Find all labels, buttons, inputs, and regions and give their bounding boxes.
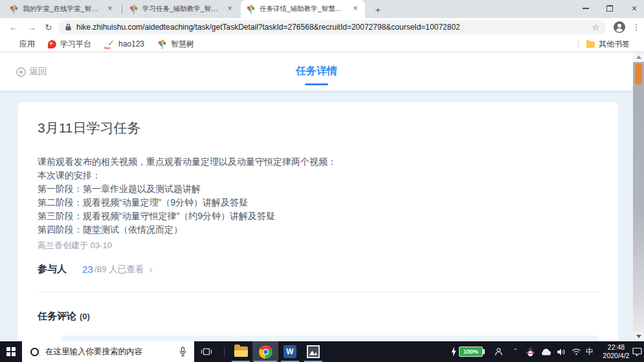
qq-tray-icon[interactable] <box>524 341 536 362</box>
task-description-line: 课前观看发布的相关视频，重点观看动量定理以及动量守恒定律两个视频： <box>38 155 337 169</box>
tab-title: 我的学堂_在线学堂_智慧树 <box>23 5 102 14</box>
zhihuishu-favicon-icon <box>129 5 139 14</box>
minimize-icon <box>583 8 589 8</box>
show-hidden-icons-button[interactable]: ˆ <box>510 341 522 362</box>
microphone-icon[interactable] <box>179 346 186 357</box>
active-tab-underline <box>305 83 328 85</box>
learning-platform-icon <box>48 40 56 48</box>
action-center-button[interactable] <box>630 341 643 362</box>
taskbar-search-box[interactable]: 在这里输入你要搜索的内容 <box>22 341 194 362</box>
participants-row[interactable]: 参与人 23 /89 人已查看 › <box>38 263 153 275</box>
file-explorer-button[interactable] <box>229 341 252 362</box>
window-restore-button[interactable] <box>599 0 621 17</box>
other-bookmarks-button[interactable]: 其他书签 <box>578 36 630 52</box>
browser-tab-3-active[interactable]: 任务详情_辅助教学_智慧树网 × <box>241 0 365 18</box>
page-title: 任务详情 <box>296 65 337 78</box>
chrome-button-active[interactable] <box>252 341 278 362</box>
tab-close-icon[interactable]: × <box>105 5 115 14</box>
task-description-line: 第三阶段：观看视频“动量守恒定律”（约9分钟）讲解及答疑 <box>38 209 337 223</box>
task-description-line: 第二阶段：观看视频“动量定理”（9分钟）讲解及答疑 <box>38 196 337 209</box>
bookmarks-separator <box>578 40 579 49</box>
task-heading: 3月11日学习任务 <box>38 119 140 137</box>
comments-count: (0) <box>80 312 90 321</box>
people-tray-icon[interactable] <box>492 341 505 362</box>
page-header: 返回 任务详情 <box>0 52 633 90</box>
zhihuishu-tree-icon <box>157 39 167 49</box>
bookmark-hao123[interactable]: ✓hao hao123 <box>104 39 144 49</box>
zhihuishu-favicon-icon <box>246 5 256 14</box>
ime-label: 中 <box>586 346 594 357</box>
wifi-tray-icon[interactable] <box>570 341 582 362</box>
battery-indicator[interactable]: 100% <box>459 346 483 357</box>
new-tab-button[interactable]: + <box>370 3 386 18</box>
start-button[interactable] <box>0 341 22 362</box>
arrow-up-icon <box>636 56 641 59</box>
onedrive-tray-icon[interactable] <box>539 341 552 362</box>
scrollbar-thumb[interactable] <box>635 63 642 85</box>
chevron-right-icon[interactable]: › <box>149 265 153 274</box>
taskbar-clock[interactable]: 22:48 2020/4/2 <box>598 343 634 360</box>
close-icon: × <box>632 3 637 14</box>
charging-bolt-icon <box>450 341 458 362</box>
task-description-line: 第一阶段：第一章作业题以及测试题讲解 <box>38 182 337 196</box>
reload-button[interactable]: ↻ <box>41 20 56 34</box>
page-title-tab[interactable]: 任务详情 <box>296 65 337 85</box>
address-bar[interactable]: hike.zhihuishu.com/aidedteaching/task/ge… <box>58 20 606 34</box>
url-text: hike.zhihuishu.com/aidedteaching/task/ge… <box>76 23 586 32</box>
page-viewport: 返回 任务详情 3月11日学习任务 课前观看发布的相关视频，重点观看动量定理以及… <box>0 52 633 341</box>
window-close-button[interactable]: × <box>623 0 644 17</box>
task-description-line: 本次课的安排： <box>38 169 337 182</box>
chrome-icon <box>259 345 272 359</box>
scrollbar-down-button[interactable] <box>633 332 644 341</box>
back-link[interactable]: 返回 <box>16 66 47 78</box>
bookmarks-bar: 应用 学习平台 ✓hao hao123 智慧树 其他书签 <box>0 36 644 52</box>
search-placeholder: 在这里输入你要搜索的内容 <box>45 346 179 357</box>
clock-date: 2020/4/2 <box>598 352 634 360</box>
bookmark-label: 智慧树 <box>171 39 194 50</box>
profile-button[interactable] <box>612 20 627 34</box>
bookmark-star-icon[interactable]: ☆ <box>592 23 599 32</box>
back-label: 返回 <box>29 66 47 78</box>
comments-label: 任务评论 <box>38 310 76 323</box>
restore-icon <box>606 5 613 12</box>
page-scrollbar[interactable] <box>633 52 644 341</box>
browser-tab-2[interactable]: 学习任务_辅助教学_智慧树网 × <box>124 0 239 18</box>
cortana-icon <box>30 348 39 356</box>
browser-toolbar: ← → ↻ hike.zhihuishu.com/aidedteaching/t… <box>0 18 644 36</box>
back-circle-icon <box>16 67 26 77</box>
browser-tab-1[interactable]: 我的学堂_在线学堂_智慧树 × <box>4 0 120 18</box>
creator-info: 高兰香创建于 03-10 <box>38 240 112 251</box>
clock-time: 22:48 <box>598 343 634 352</box>
word-button[interactable]: W <box>278 341 302 362</box>
task-view-icon <box>201 347 212 356</box>
folder-icon <box>586 41 595 48</box>
windows-logo-icon <box>6 347 16 357</box>
tab-title: 任务详情_辅助教学_智慧树网 <box>260 5 347 14</box>
action-center-icon <box>632 347 642 356</box>
taskbar-divider <box>224 346 225 357</box>
bookmark-zhihuishu[interactable]: 智慧树 <box>157 39 194 50</box>
photos-button[interactable] <box>302 341 325 362</box>
tab-close-icon[interactable]: × <box>351 5 360 14</box>
word-icon: W <box>283 345 296 358</box>
desktop-screen: 我的学堂_在线学堂_智慧树 × 学习任务_辅助教学_智慧树网 × 任务详情_辅助… <box>0 0 644 362</box>
task-description: 课前观看发布的相关视频，重点观看动量定理以及动量守恒定律两个视频： 本次课的安排… <box>38 155 337 237</box>
browser-tab-strip: 我的学堂_在线学堂_智慧树 × 学习任务_辅助教学_智慧树网 × 任务详情_辅助… <box>0 0 644 18</box>
forward-button[interactable]: → <box>25 20 39 34</box>
ime-indicator[interactable]: 中 <box>584 341 595 362</box>
volume-tray-icon[interactable] <box>555 341 567 362</box>
browser-menu-button[interactable]: ⋮ <box>630 20 642 34</box>
task-description-line: 第四阶段：随堂测试（依情况而定） <box>38 223 337 237</box>
avatar-icon <box>613 21 626 34</box>
bookmark-learning-platform[interactable]: 学习平台 <box>48 39 91 50</box>
tab-close-icon[interactable]: × <box>225 5 234 14</box>
scrollbar-up-button[interactable] <box>633 52 644 62</box>
file-explorer-icon <box>234 346 248 357</box>
back-button[interactable]: ← <box>6 20 21 34</box>
photos-icon <box>307 345 320 358</box>
window-minimize-button[interactable] <box>575 0 597 17</box>
bookmark-label: 学习平台 <box>60 39 91 50</box>
comment-input-box[interactable] <box>61 335 599 341</box>
bookmark-apps[interactable]: 应用 <box>8 39 35 50</box>
task-view-button[interactable] <box>195 341 217 362</box>
